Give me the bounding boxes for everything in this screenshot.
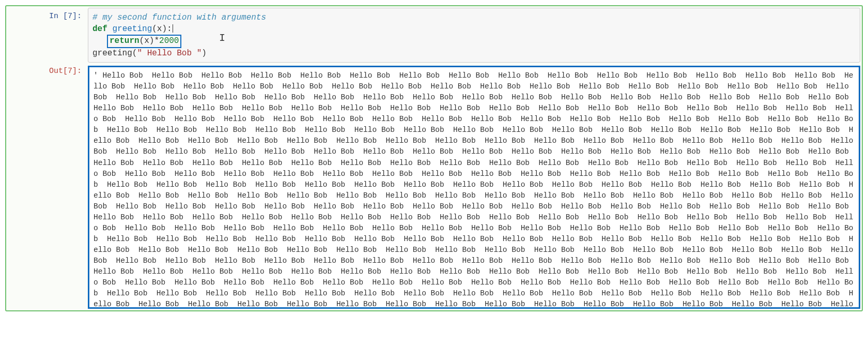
- output-prompt: Out[7]:: [8, 63, 88, 309]
- text-cursor: [173, 24, 173, 33]
- call-close: ): [202, 49, 207, 58]
- output-content: ' Hello Bob Hello Bob Hello Bob Hello Bo…: [88, 63, 860, 309]
- input-row: In [7]: # my second function with argume…: [8, 8, 860, 63]
- paren-close-star: )*: [149, 36, 159, 46]
- return-keyword: return: [110, 36, 140, 46]
- output-prompt-text: Out[7]:: [49, 67, 82, 76]
- func-name: greeting: [112, 24, 152, 34]
- paren-open-3: (: [140, 36, 145, 46]
- output-text-area[interactable]: ' Hello Bob Hello Bob Hello Bob Hello Bo…: [88, 66, 860, 309]
- input-prompt: In [7]:: [8, 8, 88, 63]
- return-highlight-box: return(x)*2000: [107, 35, 181, 48]
- number-2000: 2000: [159, 36, 179, 46]
- call-open: (: [132, 49, 137, 58]
- input-prompt-text: In [7]:: [49, 12, 82, 21]
- notebook-cell: In [7]: # my second function with argume…: [5, 5, 863, 311]
- code-editor[interactable]: # my second function with arguments def …: [88, 8, 860, 63]
- code-line-4[interactable]: greeting(" Hello Bob "): [92, 48, 856, 59]
- param-x: x: [157, 24, 162, 34]
- paren-open: (: [152, 24, 157, 34]
- call-name: greeting: [92, 49, 132, 58]
- var-x: x: [144, 36, 149, 46]
- code-line-2[interactable]: def greeting(x):: [92, 24, 856, 35]
- output-row: Out[7]: ' Hello Bob Hello Bob Hello Bob …: [8, 63, 860, 309]
- string-arg: " Hello Bob ": [137, 49, 202, 58]
- code-comment: # my second function with arguments: [92, 13, 266, 22]
- code-line-3[interactable]: return(x)*2000: [92, 35, 856, 48]
- code-line-1[interactable]: # my second function with arguments: [92, 12, 856, 24]
- paren-close-colon: ):: [162, 24, 172, 34]
- input-content: # my second function with arguments def …: [88, 8, 860, 63]
- def-keyword: def: [92, 24, 107, 34]
